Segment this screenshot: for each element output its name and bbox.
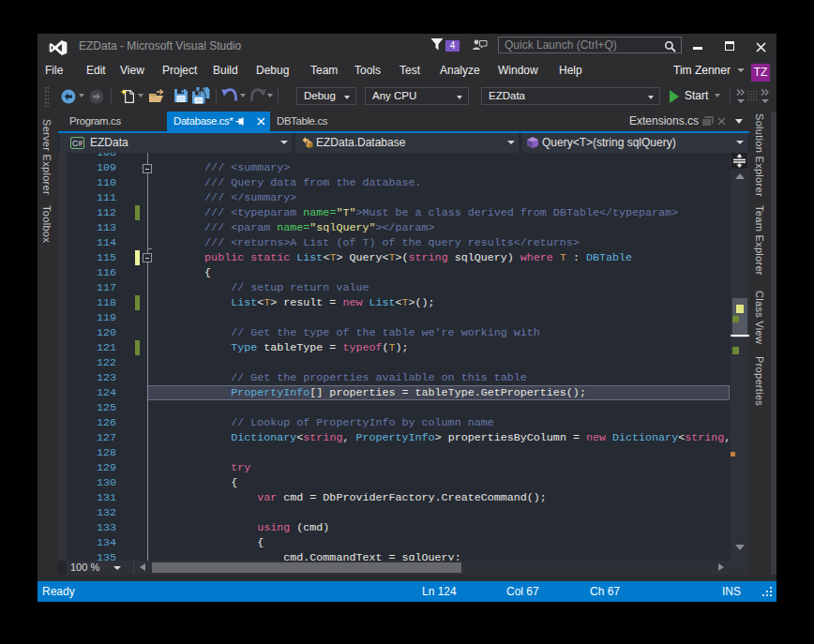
svg-text:C#: C#: [72, 138, 83, 147]
